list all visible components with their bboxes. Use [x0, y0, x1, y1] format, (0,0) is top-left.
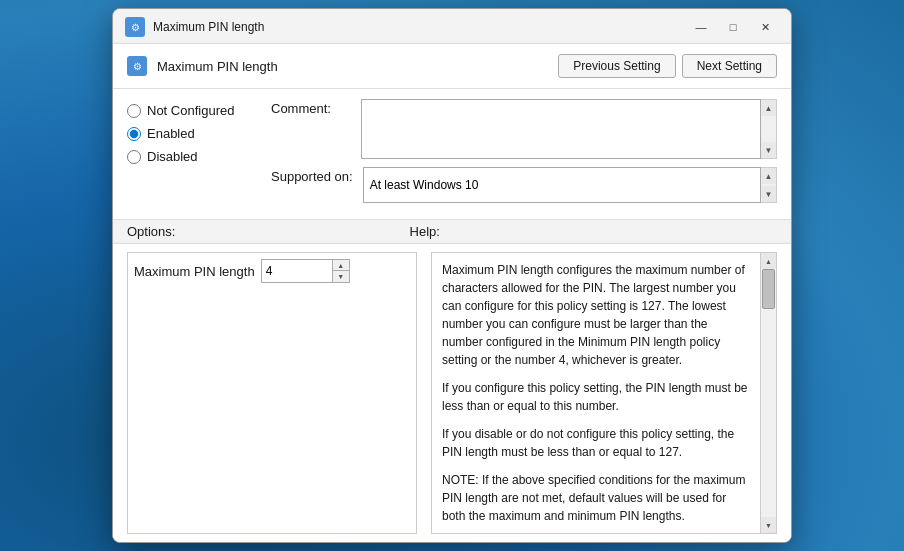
previous-setting-button[interactable]: Previous Setting: [558, 54, 675, 78]
help-paragraph-2: If you configure this policy setting, th…: [442, 379, 750, 415]
spin-up-button[interactable]: ▲: [333, 260, 349, 271]
dialog-header: ⚙ Maximum PIN length Previous Setting Ne…: [113, 44, 791, 89]
supported-text: At least Windows 10: [370, 178, 479, 192]
supported-value: At least Windows 10: [363, 167, 761, 203]
help-scrollbar: ▲ ▼: [760, 253, 776, 533]
bottom-section: Maximum PIN length ▲ ▼ Maximum PIN lengt…: [113, 244, 791, 542]
help-scroll-down[interactable]: ▼: [761, 517, 776, 533]
pin-length-row: Maximum PIN length ▲ ▼: [134, 259, 410, 283]
radio-disabled-label: Disabled: [147, 149, 198, 164]
title-bar-icon: ⚙: [125, 17, 145, 37]
supported-label: Supported on:: [271, 167, 353, 184]
radio-disabled-input[interactable]: [127, 150, 141, 164]
radio-not-configured[interactable]: Not Configured: [127, 103, 257, 118]
help-panel: Maximum PIN length configures the maximu…: [431, 252, 777, 534]
help-paragraph-4: NOTE: If the above specified conditions …: [442, 471, 750, 525]
supported-scroll-up[interactable]: ▲: [761, 168, 776, 184]
options-panel: Maximum PIN length ▲ ▼: [127, 252, 417, 534]
spinner-buttons: ▲ ▼: [332, 260, 349, 282]
comment-scrollbar: ▲ ▼: [761, 99, 777, 159]
radio-group: Not Configured Enabled Disabled: [127, 99, 257, 209]
comment-row: Comment: ▲ ▼: [271, 99, 777, 159]
radio-enabled-input[interactable]: [127, 127, 141, 141]
comment-label: Comment:: [271, 99, 351, 116]
radio-enabled-label: Enabled: [147, 126, 195, 141]
options-section-label: Options:: [127, 224, 410, 239]
dialog-body: Not Configured Enabled Disabled Comment:…: [113, 89, 791, 219]
pin-length-input[interactable]: [262, 260, 332, 282]
spin-down-button[interactable]: ▼: [333, 271, 349, 282]
minimize-button[interactable]: —: [687, 17, 715, 37]
help-text-area: Maximum PIN length configures the maximu…: [432, 253, 760, 533]
title-bar-title: Maximum PIN length: [153, 20, 687, 34]
comment-textarea[interactable]: [361, 99, 761, 159]
title-bar-controls: — □ ✕: [687, 17, 779, 37]
help-paragraph-3: If you disable or do not configure this …: [442, 425, 750, 461]
next-setting-button[interactable]: Next Setting: [682, 54, 777, 78]
help-scroll-track: [761, 269, 776, 517]
dialog-header-icon: ⚙: [127, 56, 147, 76]
right-section: Comment: ▲ ▼ Supported on: At least Wind…: [271, 99, 777, 209]
pin-length-label: Maximum PIN length: [134, 264, 255, 279]
radio-disabled[interactable]: Disabled: [127, 149, 257, 164]
dialog-window: ⚙ Maximum PIN length — □ ✕ ⚙ Maximum PIN…: [112, 8, 792, 543]
help-scroll-thumb: [762, 269, 775, 309]
maximize-button[interactable]: □: [719, 17, 747, 37]
supported-row: Supported on: At least Windows 10 ▲ ▼: [271, 167, 777, 203]
close-button[interactable]: ✕: [751, 17, 779, 37]
help-paragraph-1: Maximum PIN length configures the maximu…: [442, 261, 750, 369]
help-section-label: Help:: [410, 224, 777, 239]
radio-enabled[interactable]: Enabled: [127, 126, 257, 141]
supported-scroll-down[interactable]: ▼: [761, 186, 776, 202]
dialog-header-buttons: Previous Setting Next Setting: [558, 54, 777, 78]
supported-scrollbar: ▲ ▼: [761, 167, 777, 203]
dialog-header-title: Maximum PIN length: [157, 59, 548, 74]
supported-box-wrapper: At least Windows 10 ▲ ▼: [363, 167, 777, 203]
title-bar: ⚙ Maximum PIN length — □ ✕: [113, 9, 791, 44]
radio-not-configured-label: Not Configured: [147, 103, 234, 118]
pin-length-spinner: ▲ ▼: [261, 259, 350, 283]
comment-scroll-down[interactable]: ▼: [761, 142, 776, 158]
section-bar: Options: Help:: [113, 219, 791, 244]
help-scroll-up[interactable]: ▲: [761, 253, 776, 269]
radio-not-configured-input[interactable]: [127, 104, 141, 118]
comment-scroll-up[interactable]: ▲: [761, 100, 776, 116]
